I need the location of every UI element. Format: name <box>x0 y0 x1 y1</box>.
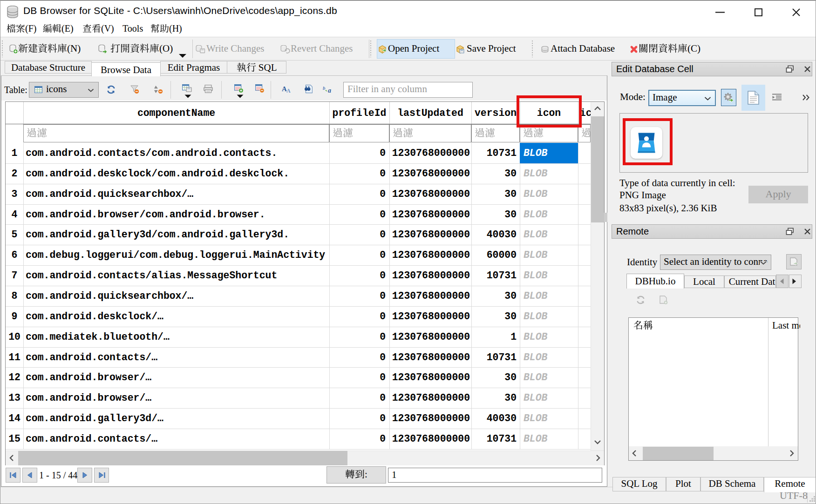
svg-text:a: a <box>328 87 331 93</box>
svg-text:A: A <box>286 87 291 93</box>
svg-text:b: b <box>323 85 326 91</box>
